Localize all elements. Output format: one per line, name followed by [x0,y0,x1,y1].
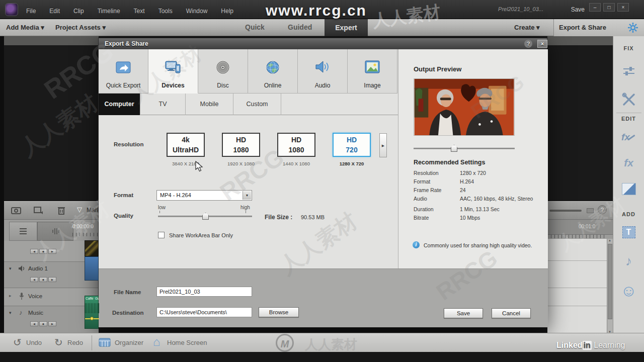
snapshot-icon[interactable] [11,206,21,214]
kf-next-icon[interactable]: ▶ [48,249,56,254]
cancel-button[interactable]: Cancel [492,308,531,318]
resolution-option-hd1080[interactable]: HD1080 [222,133,260,157]
subtab-tv[interactable]: TV [140,94,186,115]
empty-track[interactable] [547,239,607,261]
collapse-icon[interactable]: ▾ [9,266,12,271]
empty-track[interactable] [547,288,607,306]
resolution-option-4k[interactable]: 4kUltraHD [167,133,205,157]
empty-track[interactable] [547,261,607,288]
organizer-button[interactable]: Organizer [115,339,143,346]
tab-disc[interactable]: Disc [198,49,248,94]
audio-clip[interactable] [85,256,99,281]
keyframe-buttons[interactable]: ◀◆▶ [30,249,56,254]
dialog-titlebar[interactable]: Export & Share ? × [99,38,547,49]
destination-input[interactable] [156,307,252,317]
kf-prev-icon[interactable]: ◀ [30,277,38,282]
redo-icon[interactable]: ↻ [54,336,63,348]
tab-expert[interactable]: Expert [325,19,368,36]
audio-meter-button[interactable] [37,222,73,241]
menu-timeline[interactable]: Timeline [98,8,120,15]
browse-button[interactable]: Browse [259,307,299,317]
project-assets-button[interactable]: Project Assets ▾ [55,24,106,31]
speaker-icon[interactable] [18,265,25,272]
kf-add-icon[interactable]: ◆ [39,277,47,282]
microphone-icon[interactable] [19,292,25,300]
tab-devices[interactable]: Devices [148,49,198,94]
add-media-button[interactable]: Add Media ▾ [6,24,44,31]
preview-scrubber-track[interactable] [414,148,515,149]
window-maximize-button[interactable]: □ [603,3,615,12]
workarea-checkbox[interactable] [158,232,165,238]
save-button[interactable]: Save [444,308,483,318]
kf-add-icon[interactable]: ◆ [39,249,47,254]
redo-button[interactable]: Redo [67,339,83,346]
video-clip[interactable] [85,240,99,256]
kf-prev-icon[interactable]: ◀ [30,321,38,326]
graphics-smiley-icon[interactable]: ☺ [620,282,637,300]
resolution-option-hd720[interactable]: HD720 [333,133,371,157]
crop-rotate-icon[interactable] [33,206,43,214]
help-icon[interactable]: ? [524,40,532,48]
keyframe-buttons[interactable]: ◀◆▶ [30,277,56,282]
scroll-up-icon[interactable]: ▲ [608,239,611,242]
resolution-scroll-right-button[interactable]: ▶ [379,133,387,157]
collapse-icon[interactable]: ▾ [9,310,12,315]
music-icon[interactable]: ♪ [625,253,632,269]
effects-pen-icon[interactable]: fx [621,132,636,143]
menu-window[interactable]: Window [186,8,208,15]
home-icon[interactable]: ⌂ [153,335,160,349]
menu-file[interactable]: File [26,8,36,15]
transitions-icon[interactable] [622,183,636,195]
subtab-custom[interactable]: Custom [233,94,281,115]
kf-prev-icon[interactable]: ◀ [30,249,38,254]
tab-online[interactable]: Online [248,49,298,94]
quality-slider-thumb[interactable] [202,213,209,220]
tab-audio[interactable]: Audio [298,49,348,94]
collapse-icon[interactable]: ▸ [9,293,12,298]
tab-image[interactable]: Image [348,49,397,94]
menu-tools[interactable]: Tools [158,8,173,15]
export-share-button[interactable]: Export & Share [553,19,644,36]
file-name-input[interactable] [156,287,252,297]
home-screen-button[interactable]: Home Screen [167,339,207,346]
format-dropdown[interactable]: MP4 - H.264 ▼ [156,190,252,201]
music-clip[interactable]: Caffe_Gu [85,296,99,329]
zoom-slider[interactable] [549,210,582,212]
subtab-computer[interactable]: Computer [99,94,140,115]
preview-scrubber-thumb[interactable] [451,145,457,152]
resolution-option-hd1080-1440[interactable]: HD1080 [277,133,315,157]
track-tool-button[interactable] [9,222,37,241]
fit-button[interactable] [587,208,594,213]
create-button[interactable]: Create ▾ [514,24,540,31]
trash-icon[interactable] [57,206,65,215]
save-menu-button[interactable]: Save [571,6,585,13]
timeline-ruler[interactable] [72,233,99,236]
marker-flag-icon[interactable]: ▽ [77,206,82,213]
kf-next-icon[interactable]: ▶ [48,321,56,326]
subtab-mobile[interactable]: Mobile [186,94,233,115]
gear-icon[interactable] [628,23,638,33]
scrollbar-thumb[interactable] [608,244,612,319]
organizer-icon[interactable] [99,338,111,347]
undo-button[interactable]: Undo [26,339,42,346]
help-icon[interactable]: ? [598,205,607,214]
menu-help[interactable]: Help [221,8,233,15]
tab-quick[interactable]: Quick [245,23,265,31]
tools-icon[interactable] [622,93,636,107]
empty-track[interactable] [547,306,607,333]
kf-add-icon[interactable]: ◆ [39,321,47,326]
titles-icon[interactable]: T [622,226,635,238]
window-minimize-button[interactable]: – [589,3,601,12]
close-icon[interactable]: × [537,40,547,48]
keyframe-dot[interactable] [90,317,94,320]
preview-thumbnail[interactable] [414,78,515,136]
menu-text[interactable]: Text [134,8,145,15]
vertical-scrollbar[interactable]: ▲ ▼ [607,239,613,333]
menu-clip[interactable]: Clip [73,8,84,15]
keyframe-buttons[interactable]: ◀◆▶ [30,321,56,326]
window-close-button[interactable]: × [617,3,629,12]
tab-quick-export[interactable]: Quick Export [99,49,148,94]
menu-edit[interactable]: Edit [49,8,60,15]
undo-icon[interactable]: ↺ [13,336,22,348]
adjust-sliders-icon[interactable] [622,65,635,77]
